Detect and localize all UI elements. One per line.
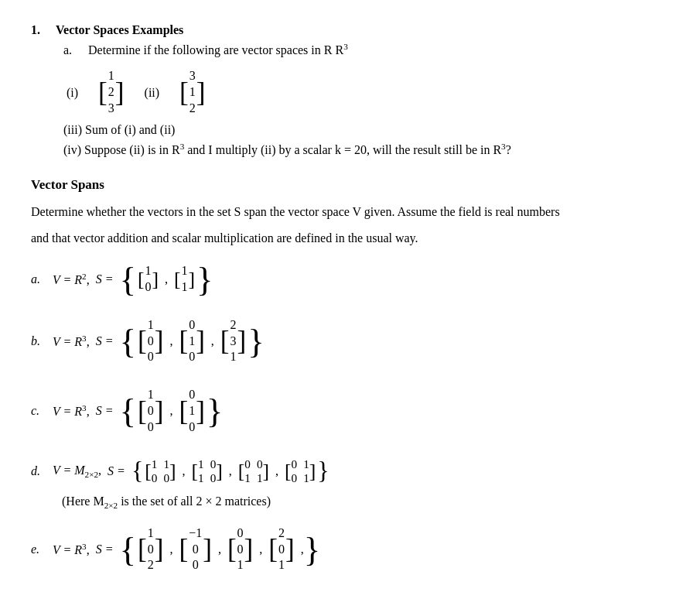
part-d-set: { [ 11 00 ] , [ 10 10 — [131, 457, 330, 485]
part-b-set: { [ 1 0 0 ] , [ 0 1 0 — [119, 317, 264, 365]
part-a-label: a. — [31, 272, 46, 286]
part-c-v: V = R3, — [53, 403, 90, 419]
part-e-v: V = R3, — [53, 542, 90, 557]
vs-desc1: Determine whether the vectors in the set… — [31, 202, 669, 222]
part-e-set: { [ 1 0 2 ] , [ −1 0 0 — [119, 525, 320, 573]
part-e-vec4: [ 2 0 1 ] — [268, 525, 294, 573]
part-a-vec1: [ 1 0 ] — [138, 263, 159, 296]
part-b-vec1: [ 1 0 0 ] — [138, 317, 163, 365]
part-b-v: V = R3, — [53, 334, 90, 349]
part-d-note: (Here M2×2 is the set of all 2 × 2 matri… — [62, 495, 669, 510]
part-d-mat3: [ 00 11 ] — [238, 457, 269, 485]
part-e-vec2: [ −1 0 0 ] — [179, 525, 211, 573]
suppose-item: (iv) Suppose (ii) is in R3 and I multipl… — [63, 142, 669, 157]
part-e-vec1: [ 1 0 2 ] — [138, 525, 163, 573]
part-e-label: e. — [31, 542, 46, 556]
part-a-set: { [ 1 0 ] , [ 1 1 — [119, 263, 213, 296]
part-a-v: V = R2, — [53, 272, 90, 287]
part-a-vec2: [ 1 1 ] — [174, 263, 195, 296]
vs-desc2: and that vector addition and scalar mult… — [31, 228, 669, 248]
vector-ii: [ 3 1 2 ] — [179, 68, 205, 116]
problem-1: 1. Vector Spaces Examples a. Determine i… — [31, 23, 669, 162]
part-c-set: { [ 1 0 0 ] , [ 0 1 0 — [119, 387, 223, 435]
part-b-label: b. — [31, 334, 46, 348]
part-d-s-label: S = — [108, 464, 125, 478]
vec-ii-label: (ii) — [145, 86, 160, 100]
part-b-vec2: [ 0 1 0 ] — [179, 317, 204, 365]
span-part-d: d. V = M2×2, S = { [ 11 00 ] , — [31, 457, 669, 485]
vectors-display: (i) [ 1 2 3 ] (ii) [ 3 — [67, 68, 207, 116]
part-c-vec2: [ 0 1 0 ] — [179, 387, 204, 435]
part-c-vec1: [ 1 0 0 ] — [138, 387, 163, 435]
problem-number-label: 1. — [31, 23, 46, 162]
part-b-s-label: S = — [96, 334, 114, 348]
part-b-vec3: [ 2 3 1 ] — [220, 317, 246, 365]
part-c-s-label: S = — [96, 404, 114, 418]
part-e-vec3: [ 0 0 1 ] — [227, 525, 253, 573]
part-d-mat2: [ 10 10 ] — [192, 457, 223, 485]
part-d-label: d. — [31, 464, 46, 478]
part-d-v: V = M2×2, — [53, 464, 101, 479]
span-part-e: e. V = R3, S = { [ 1 0 2 ] , [ — [31, 525, 669, 573]
sum-item: (iii) Sum of (i) and (ii) — [63, 123, 669, 137]
problem-title: Vector Spaces Examples — [56, 23, 669, 37]
vector-spans-section: Vector Spans Determine whether the vecto… — [31, 177, 669, 573]
sub-a-label: a. — [63, 43, 85, 57]
part-e-s-label: S = — [96, 542, 114, 556]
part-a-s-label: S = — [96, 272, 114, 286]
span-part-a: a. V = R2, S = { [ 1 0 ] , — [31, 263, 669, 296]
vector-i: [ 1 2 3 ] — [98, 68, 124, 116]
span-part-c: c. V = R3, S = { [ 1 0 0 ] , [ — [31, 387, 669, 435]
sub-a-text: Determine if the following are vector sp… — [88, 43, 332, 56]
part-c-label: c. — [31, 404, 46, 418]
part-d-mat4: [ 01 01 ] — [285, 457, 316, 485]
vec-i-label: (i) — [67, 86, 78, 100]
part-d-mat1: [ 11 00 ] — [145, 457, 176, 485]
span-part-b: b. V = R3, S = { [ 1 0 0 ] , [ — [31, 317, 669, 365]
sub-a-superscript: R3 — [335, 43, 347, 56]
vector-spans-title: Vector Spans — [31, 177, 669, 193]
